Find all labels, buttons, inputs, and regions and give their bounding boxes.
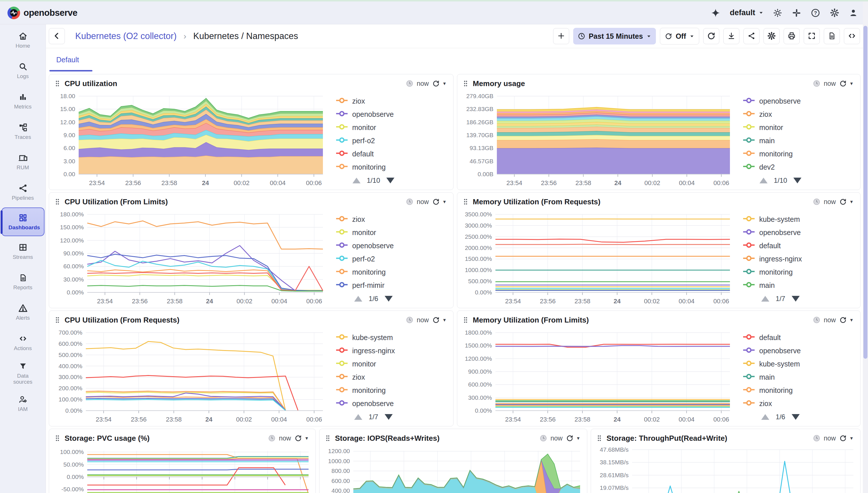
legend-item-default[interactable]: default [336, 150, 451, 157]
drag-handle-icon[interactable] [463, 80, 469, 87]
legend-item-monitor[interactable]: monitor [336, 360, 451, 368]
legend-item-monitor[interactable]: monitor [743, 124, 858, 131]
drag-handle-icon[interactable] [55, 316, 61, 324]
legend-item-ziox[interactable]: ziox [336, 215, 451, 223]
settings-gear-icon[interactable] [829, 8, 839, 18]
ai-assistant-icon[interactable] [711, 8, 720, 18]
page-up-icon[interactable] [761, 414, 769, 420]
legend-item-openobserve[interactable]: openobserve [743, 229, 858, 236]
panel-refresh-icon[interactable] [839, 80, 847, 87]
panel-refresh-icon[interactable] [432, 316, 440, 324]
page-up-icon[interactable] [353, 178, 361, 184]
panel-refresh-icon[interactable] [839, 316, 847, 324]
chevron-down-icon[interactable]: ▾ [305, 435, 308, 441]
legend-item-default[interactable]: default [743, 242, 858, 249]
sidebar-item-actions[interactable]: Actions [1, 327, 44, 358]
add-panel-button[interactable] [553, 28, 569, 44]
page-down-icon[interactable] [792, 414, 800, 420]
page-up-icon[interactable] [354, 414, 362, 420]
slack-icon[interactable] [792, 8, 801, 18]
legend-item-perf-o2[interactable]: perf-o2 [336, 255, 451, 262]
chevron-down-icon[interactable]: ▾ [443, 198, 446, 205]
legend-item-ingress-nginx[interactable]: ingress-nginx [743, 255, 858, 262]
legend-item-openobserve[interactable]: openobserve [336, 400, 451, 407]
legend-item-openobserve[interactable]: openobserve [336, 110, 451, 118]
legend-item-ziox[interactable]: ziox [743, 110, 858, 118]
sidebar-item-metrics[interactable]: Metrics [1, 86, 44, 116]
chevron-down-icon[interactable]: ▾ [850, 317, 853, 323]
vertical-scrollbar[interactable] [863, 1, 868, 493]
sidebar-item-home[interactable]: Home [1, 25, 44, 56]
legend-item-openobserve[interactable]: openobserve [743, 347, 858, 355]
sidebar-item-iam[interactable]: IAM [1, 388, 44, 419]
page-down-icon[interactable] [385, 296, 393, 302]
sidebar-item-traces[interactable]: Traces [1, 116, 44, 147]
legend-item-ziox[interactable]: ziox [336, 373, 451, 381]
legend-item-monitoring[interactable]: monitoring [336, 268, 451, 276]
page-down-icon[interactable] [386, 178, 395, 184]
sidebar-item-data-sources[interactable]: Data sources [1, 358, 44, 388]
sidebar-item-pipelines[interactable]: Pipelines [1, 177, 44, 208]
app-logo[interactable]: openobserve [7, 6, 77, 19]
share-button[interactable] [743, 28, 760, 44]
refresh-button[interactable] [703, 28, 719, 44]
legend-item-main[interactable]: main [743, 373, 858, 381]
sidebar-item-alerts[interactable]: Alerts [1, 297, 44, 327]
legend-item-monitor[interactable]: monitor [336, 229, 451, 236]
sidebar-item-streams[interactable]: Streams [1, 236, 44, 266]
panel-refresh-icon[interactable] [432, 198, 440, 206]
fullscreen-button[interactable] [804, 28, 820, 44]
back-button[interactable] [49, 28, 65, 44]
user-profile-icon[interactable] [848, 8, 858, 18]
time-range-selector[interactable]: Past 15 Minutes [573, 28, 656, 44]
scrollbar-thumb[interactable] [863, 26, 867, 359]
chevron-down-icon[interactable]: ▾ [577, 435, 579, 441]
legend-item-ingress-nginx[interactable]: ingress-nginx [336, 347, 451, 355]
org-selector[interactable]: default [729, 8, 763, 17]
legend-item-monitor[interactable]: monitor [336, 124, 451, 131]
auto-refresh-selector[interactable]: Off [660, 28, 699, 44]
chevron-down-icon[interactable]: ▾ [443, 317, 446, 323]
export-button[interactable] [723, 28, 739, 44]
drag-handle-icon[interactable] [55, 80, 61, 87]
tab-default[interactable]: Default [56, 56, 79, 64]
panel-refresh-icon[interactable] [839, 198, 847, 206]
page-up-icon[interactable] [761, 296, 769, 302]
dashboard-settings-button[interactable] [763, 28, 780, 44]
chevron-down-icon[interactable]: ▾ [443, 80, 446, 87]
theme-toggle-icon[interactable] [773, 8, 782, 18]
legend-item-ziox[interactable]: ziox [336, 97, 451, 105]
json-view-button[interactable] [824, 28, 840, 44]
panel-refresh-icon[interactable] [432, 80, 440, 87]
legend-item-dev2[interactable]: dev2 [743, 163, 858, 171]
legend-item-monitoring[interactable]: monitoring [336, 163, 451, 171]
page-up-icon[interactable] [760, 178, 767, 184]
legend-item-kube-system[interactable]: kube-system [743, 360, 858, 368]
print-button[interactable] [784, 28, 800, 44]
page-down-icon[interactable] [385, 414, 393, 420]
legend-item-perf-o2[interactable]: perf-o2 [336, 137, 451, 144]
drag-handle-icon[interactable] [463, 316, 469, 324]
drag-handle-icon[interactable] [325, 434, 331, 442]
drag-handle-icon[interactable] [55, 198, 61, 206]
legend-item-main[interactable]: main [743, 137, 858, 144]
legend-item-openobserve[interactable]: openobserve [743, 97, 858, 105]
sidebar-item-reports[interactable]: Reports [1, 266, 44, 297]
legend-item-main[interactable]: main [743, 281, 858, 289]
chevron-down-icon[interactable]: ▾ [850, 198, 853, 205]
panel-refresh-icon[interactable] [839, 434, 847, 442]
drag-handle-icon[interactable] [55, 434, 61, 442]
chevron-down-icon[interactable]: ▾ [850, 80, 853, 87]
legend-item-monitoring[interactable]: monitoring [743, 268, 858, 276]
legend-item-monitoring[interactable]: monitoring [336, 387, 451, 394]
page-down-icon[interactable] [793, 178, 801, 184]
legend-item-ziox[interactable]: ziox [743, 400, 858, 407]
page-down-icon[interactable] [792, 296, 800, 302]
sidebar-item-rum[interactable]: RUM [1, 147, 44, 177]
help-icon[interactable]: ? [810, 8, 820, 18]
breadcrumb-folder-link[interactable]: Kubernetes (O2 collector) [75, 31, 176, 41]
sidebar-item-dashboards[interactable]: Dashboards [1, 208, 44, 236]
query-inspector-button[interactable] [844, 28, 860, 44]
legend-item-kube-system[interactable]: kube-system [743, 215, 858, 223]
legend-item-monitoring[interactable]: monitoring [743, 150, 858, 157]
